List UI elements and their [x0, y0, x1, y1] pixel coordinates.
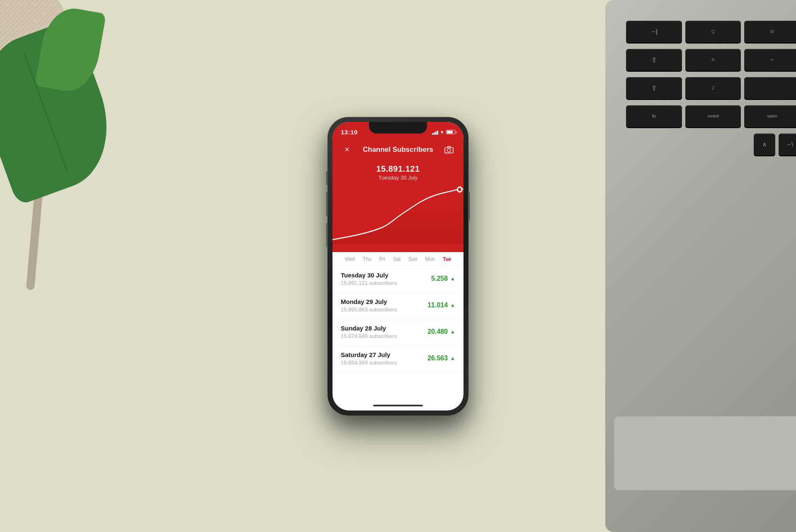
data-row-2[interactable]: Sunday 28 July 15.874.849 subscribers 20… [332, 319, 464, 345]
phone-outer-frame: 13:10 ▾ × [328, 117, 468, 415]
signal-icon [432, 130, 438, 135]
key-shift-right[interactable]: ⇧ [626, 77, 682, 99]
key-blank [744, 77, 796, 99]
data-value-3: 26.563 [427, 355, 448, 362]
chart-end-inner-dot [458, 188, 461, 191]
day-label-tue[interactable]: Tue [443, 256, 451, 262]
key-right-arrow[interactable]: →\ [779, 134, 796, 155]
phone-volume-down-button[interactable] [326, 223, 328, 248]
phone-screen: 13:10 ▾ × [332, 122, 464, 411]
laptop: →| Q W ⇧ A ~ [580, 0, 796, 532]
data-row-right-1: 11.014 ▲ [427, 301, 455, 309]
key-q[interactable]: Q [685, 21, 741, 42]
trackpad[interactable] [614, 416, 796, 491]
keyboard-row-arrows: ∧ →\ [614, 134, 796, 155]
keyboard-row-3: ⇧ Z [614, 77, 796, 99]
key-a[interactable]: A [685, 49, 741, 70]
data-list: Tuesday 30 July 15.891.121 subscribers 5… [332, 266, 464, 372]
plant [0, 0, 141, 290]
laptop-body: →| Q W ⇧ A ~ [605, 0, 796, 532]
keyboard-row-4: fn control option [614, 105, 796, 127]
line-chart [332, 186, 464, 244]
key-w[interactable]: W [744, 21, 796, 42]
data-row-left-1: Monday 29 July 15.885.863 subscribers [341, 298, 427, 313]
key-up[interactable]: ∧ [754, 134, 775, 155]
up-arrow-0: ▲ [450, 276, 455, 282]
up-arrow-1: ▲ [450, 302, 455, 308]
day-label-sun[interactable]: Sun [408, 256, 417, 262]
camera-button[interactable] [443, 143, 455, 156]
camera-icon [444, 146, 454, 153]
key-shift-left[interactable]: ⇧ [626, 49, 682, 70]
key-control[interactable]: control [685, 105, 741, 127]
day-label-mon[interactable]: Mon [425, 256, 435, 262]
data-row-left-2: Sunday 28 July 15.874.849 subscribers [341, 325, 427, 339]
data-row-title-3: Saturday 27 July [341, 351, 427, 358]
chart-total-number: 15.891.121 [332, 164, 464, 174]
status-icons: ▾ [432, 129, 455, 135]
data-row-right-3: 26.563 ▲ [427, 355, 455, 362]
phone-power-button[interactable] [468, 192, 470, 221]
key-label: fn [652, 114, 655, 119]
day-label-sat[interactable]: Sat [393, 256, 400, 262]
data-row-left-3: Saturday 27 July 15.854.369 subscribers [341, 351, 427, 366]
keyboard-row-2: ⇧ A ~ [614, 49, 796, 70]
data-row-sub-1: 15.885.863 subscribers [341, 306, 427, 313]
key-z[interactable]: Z [685, 77, 741, 99]
status-time: 13:10 [341, 129, 358, 136]
day-labels: Wed Thu Fri Sat Sun Mon Tue [332, 252, 464, 266]
home-indicator [373, 405, 423, 406]
data-row-sub-0: 15.891.121 subscribers [341, 280, 431, 286]
battery-icon [446, 130, 455, 134]
key-fn[interactable]: fn [626, 105, 682, 127]
keyboard-row-1: →| Q W [614, 21, 796, 42]
data-value-1: 11.014 [427, 301, 448, 309]
data-row-0[interactable]: Tuesday 30 July 15.891.121 subscribers 5… [332, 266, 464, 292]
app-header: × Channel Subscribers [332, 140, 464, 161]
key-option-label: option [767, 114, 777, 118]
data-value-2: 20.480 [427, 328, 448, 335]
key-option[interactable]: option [744, 105, 796, 127]
key-label: A [711, 57, 714, 62]
phone-volume-up-button[interactable] [326, 192, 328, 216]
day-label-fri[interactable]: Fri [379, 256, 385, 262]
chart-svg [332, 186, 464, 244]
svg-point-1 [447, 148, 451, 152]
data-row-title-2: Sunday 28 July [341, 325, 427, 332]
data-row-3[interactable]: Saturday 27 July 15.854.369 subscribers … [332, 345, 464, 372]
close-button[interactable]: × [341, 143, 353, 156]
data-row-sub-3: 15.854.369 subscribers [341, 360, 427, 366]
data-row-title-1: Monday 29 July [341, 298, 427, 305]
key-label: control [708, 114, 719, 118]
data-row-title-0: Tuesday 30 July [341, 272, 431, 279]
data-row-sub-2: 15.874.849 subscribers [341, 333, 427, 339]
day-label-thu[interactable]: Thu [363, 256, 371, 262]
phone: 13:10 ▾ × [328, 117, 468, 415]
key-tilde[interactable]: ~ [744, 49, 796, 70]
key-label: Q [711, 29, 715, 34]
up-arrow-2: ▲ [450, 329, 455, 335]
chart-area: 15.891.121 Tuesday 30 July [332, 161, 464, 252]
data-row-left-0: Tuesday 30 July 15.891.121 subscribers [341, 272, 431, 286]
key-label: W [770, 29, 774, 34]
data-row-right-2: 20.480 ▲ [427, 328, 455, 335]
up-arrow-3: ▲ [450, 355, 455, 361]
wifi-icon: ▾ [441, 129, 444, 135]
data-row-1[interactable]: Monday 29 July 15.885.863 subscribers 11… [332, 292, 464, 319]
data-value-0: 5.258 [431, 275, 448, 282]
key-tab-arrow[interactable]: →| [626, 21, 682, 42]
phone-notch [369, 122, 427, 134]
day-label-wed[interactable]: Wed [345, 256, 355, 262]
phone-silent-button[interactable] [326, 171, 328, 185]
key-label: Z [712, 85, 715, 90]
chart-stats: 15.891.121 Tuesday 30 July [332, 161, 464, 186]
chart-total-date: Tuesday 30 July [332, 175, 464, 181]
data-row-right-0: 5.258 ▲ [431, 275, 455, 282]
header-title: Channel Subscribers [363, 146, 433, 154]
